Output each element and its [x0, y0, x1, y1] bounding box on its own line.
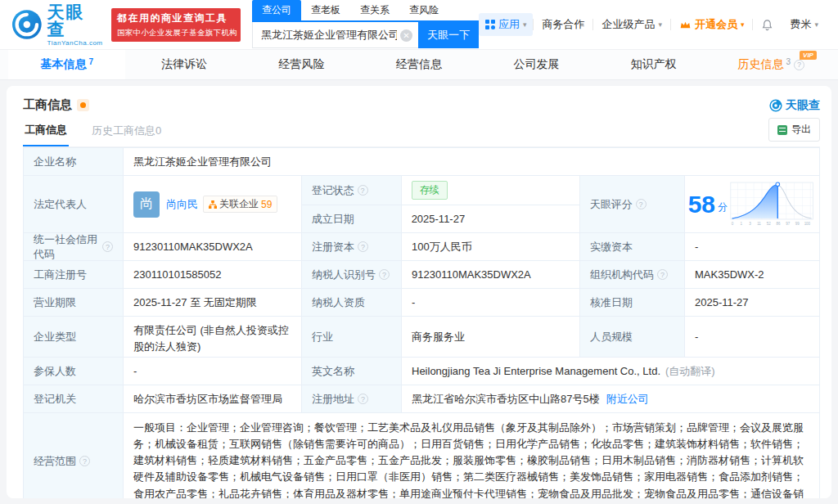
score-unit: 分	[718, 200, 728, 214]
chevron-down-icon: ▾	[523, 20, 527, 29]
chevron-down-icon: ▾	[814, 20, 818, 29]
insured-value: -	[124, 358, 302, 385]
reg-address-text: 黑龙江省哈尔滨市香坊区中山路87号5楼	[412, 392, 600, 407]
tianyancha-logo[interactable]: 天眼查 TianYanCha.com	[11, 3, 103, 47]
tab-legal-litigation[interactable]: 法律诉讼	[125, 50, 242, 79]
nav-cooperation[interactable]: 商务合作	[534, 17, 592, 32]
field-label-group: 注册地址 ?	[302, 385, 402, 412]
tab-basic-info[interactable]: 基本信息 7	[8, 50, 125, 79]
help-icon[interactable]: ?	[79, 456, 90, 466]
field-label-group: 统一社会信用代码 ?	[24, 233, 124, 260]
field-label: 营业期限	[24, 289, 124, 316]
table-row: 参保人数 - 英文名称 Heilongjiang Tea Ji Enterpri…	[24, 358, 819, 385]
business-info-card: 工商信息 天眼查 工商信息 历史工商信息0 导出 企业名称	[7, 86, 831, 498]
field-label-group: 注册资本 ?	[302, 233, 402, 260]
tab-label: 基本信息	[40, 57, 86, 72]
avatar[interactable]: 尚	[133, 191, 160, 218]
reg-no-value: 230110101585052	[124, 261, 302, 288]
approval-date-value: 2025-11-27	[685, 289, 819, 316]
search-tab-relation[interactable]: 查关系	[350, 0, 399, 20]
tab-operation-risk[interactable]: 经营风险	[243, 50, 360, 79]
field-label: 企业名称	[24, 148, 124, 175]
field-label: 企业类型	[24, 317, 124, 357]
user-menu[interactable]: 费米 ▾	[782, 17, 827, 32]
subtab-history-business-info[interactable]: 历史工商信息0	[90, 124, 163, 146]
table-row: 营业期限 2025-11-27 至 无固定期限 纳税人资质 - 核准日期 202…	[24, 289, 819, 317]
tab-intellectual-property[interactable]: 知识产权	[595, 50, 712, 79]
field-label: 行业	[302, 317, 402, 357]
en-name-text: Heilongjiang Tea Ji Enterprise Managemen…	[412, 365, 660, 377]
field-label: 经营范围	[34, 454, 76, 469]
legal-rep-link[interactable]: 尚向民	[166, 197, 198, 212]
company-section-tabs: 基本信息 7 法律诉讼 经营风险 经营信息 公司发展 知识产权 VIP 历史信息…	[0, 49, 838, 80]
legal-rep-cell: 尚 尚向民 关联企业 59	[124, 176, 302, 232]
help-icon[interactable]: ?	[636, 199, 647, 209]
logo-subtitle: TianYanCha.com	[47, 40, 103, 47]
announcement-icon	[77, 99, 89, 111]
search-tab-boss[interactable]: 查老板	[301, 0, 350, 20]
org-chart-icon	[209, 200, 217, 209]
svg-text:86: 86	[776, 222, 780, 226]
tab-label: 经营风险	[279, 57, 325, 72]
bell-icon	[761, 19, 773, 31]
search-tab-risk[interactable]: 查风险	[399, 0, 448, 20]
search-button[interactable]: 天眼一下	[418, 22, 479, 48]
nav-apps-label: 应用	[498, 17, 520, 32]
related-companies-badge[interactable]: 关联企业 59	[203, 196, 277, 213]
score-value: 58	[688, 192, 715, 217]
reg-address-value: 黑龙江省哈尔滨市香坊区中山路87号5楼 附近公司	[402, 385, 819, 412]
taxpayer-id-value: 91230110MAK35DWX2A	[402, 261, 580, 288]
search-tab-company[interactable]: 查公司	[252, 0, 301, 20]
related-badge-label: 关联企业	[219, 197, 259, 211]
clear-search-icon[interactable]: ✕	[400, 29, 412, 42]
svg-text:3: 3	[749, 222, 751, 226]
table-row: 登记机关 哈尔滨市香坊区市场监督管理局 注册地址 ? 黑龙江省哈尔滨市香坊区中山…	[24, 385, 819, 413]
en-name-value: Heilongjiang Tea Ji Enterprise Managemen…	[402, 358, 819, 385]
help-icon[interactable]: ?	[358, 241, 368, 252]
tab-history-info[interactable]: VIP 历史信息 3 ?	[713, 50, 830, 79]
biz-term-value: 2025-11-27 至 无固定期限	[124, 289, 302, 316]
tab-operation-info[interactable]: 经营信息	[360, 50, 477, 79]
nav-open-vip[interactable]: 开通会员 ▾	[671, 17, 753, 32]
page-body: 工商信息 天眼查 工商信息 历史工商信息0 导出 企业名称	[0, 80, 838, 504]
reg-authority-value: 哈尔滨市香坊区市场监督管理局	[124, 385, 302, 412]
auto-translate-note: (自动翻译)	[665, 364, 715, 379]
status-date-subtable: 登记状态 ? 存续 成立日期 2025-11-27	[302, 176, 580, 232]
top-header: 天眼查 TianYanCha.com 都在用的商业查询工具 国家中小企业发展子基…	[0, 0, 838, 49]
company-name-value: 黑龙江茶姬企业管理有限公司	[124, 148, 819, 175]
field-label: 参保人数	[24, 358, 124, 385]
field-label: 天眼评分	[590, 197, 633, 212]
subtab-business-info[interactable]: 工商信息	[23, 123, 69, 146]
field-label: 人员规模	[580, 317, 685, 357]
tab-company-development[interactable]: 公司发展	[478, 50, 595, 79]
export-label: 导出	[791, 123, 811, 137]
tab-label: 法律诉讼	[161, 57, 207, 72]
help-icon[interactable]: ?	[379, 269, 390, 280]
table-row: 法定代表人 尚 尚向民 关联企业 59	[24, 176, 819, 233]
help-icon[interactable]: ?	[657, 269, 668, 280]
field-label: 统一社会信用代码	[34, 232, 99, 262]
status-badge: 存续	[412, 181, 448, 200]
field-label-group: 登记状态 ?	[302, 176, 402, 205]
search-tabs: 查公司 查老板 查关系 查风险	[252, 1, 479, 20]
nav-apps[interactable]: 应用 ▾	[479, 13, 534, 36]
promo-banner: 都在用的商业查询工具 国家中小企业发展子基金旗下机构	[111, 8, 241, 42]
help-icon[interactable]: ?	[102, 241, 113, 252]
notification-bell[interactable]	[753, 19, 782, 31]
nearby-companies-link[interactable]: 附近公司	[606, 392, 649, 407]
export-button[interactable]: 导出	[768, 118, 820, 142]
field-label: 登记状态	[312, 183, 354, 198]
help-icon[interactable]: ?	[358, 394, 368, 404]
help-icon[interactable]: ?	[358, 185, 368, 196]
nav-vip-label: 开通会员	[695, 17, 737, 32]
biz-scope-value: 一般项目：企业管理；企业管理咨询；餐饮管理；工艺美术品及礼仪用品销售（象牙及其制…	[124, 413, 819, 498]
score-cell[interactable]: 58 分	[685, 176, 819, 232]
chevron-down-icon: ▾	[658, 20, 662, 29]
field-label-group: 纳税人识别号 ?	[302, 261, 402, 288]
tab-label: 历史信息	[737, 57, 783, 72]
field-label: 注册资本	[312, 240, 354, 254]
nav-enterprise-products[interactable]: 企业级产品 ▾	[593, 17, 670, 32]
search-input[interactable]	[252, 22, 418, 48]
table-row: 企业名称 黑龙江茶姬企业管理有限公司	[24, 148, 819, 176]
help-icon[interactable]: ?	[794, 60, 804, 70]
